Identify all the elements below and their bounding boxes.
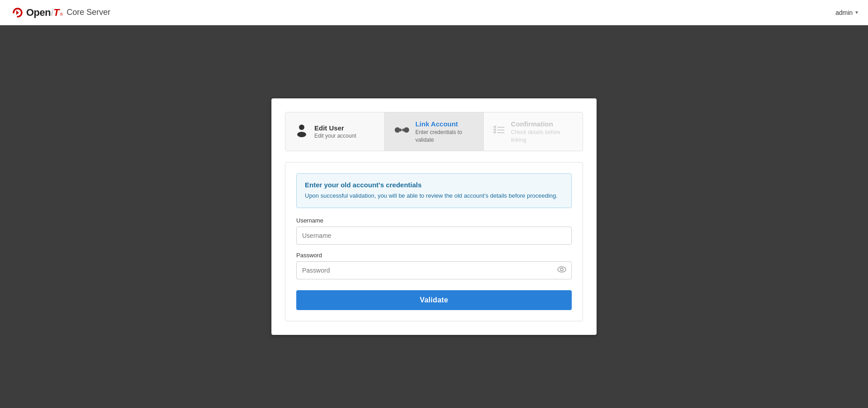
brand-reg: ®: [60, 12, 63, 17]
chevron-down-icon: ▼: [854, 10, 859, 15]
step-link-account: Link Account Enter credentials to valida…: [385, 112, 484, 151]
checklist-icon: [493, 124, 505, 139]
main-content: Edit User Edit your account: [0, 25, 868, 408]
step-link-account-text: Link Account Enter credentials to valida…: [415, 120, 475, 144]
svg-marker-0: [16, 10, 19, 15]
info-box-text: Upon successful validation, you will be …: [305, 191, 563, 200]
form-area: Enter your old account's credentials Upo…: [285, 162, 583, 321]
logo-area: Open i T ® Core Server: [9, 4, 110, 21]
step-confirmation-text: Confirmation Check details before linkin…: [511, 120, 574, 144]
logo-icon: [9, 4, 26, 21]
product-name: Core Server: [66, 8, 110, 17]
app-header: Open i T ® Core Server admin ▼: [0, 0, 868, 25]
step-edit-user: Edit User Edit your account: [285, 112, 384, 151]
svg-point-2: [297, 132, 306, 137]
brand-open: Open: [26, 7, 51, 19]
step-edit-user-subtitle: Edit your account: [314, 132, 356, 140]
brand-t: T: [53, 7, 59, 19]
step-link-account-title: Link Account: [415, 120, 475, 129]
password-group: Password: [296, 252, 572, 279]
person-icon: [294, 123, 309, 140]
step-confirmation-title: Confirmation: [511, 120, 574, 129]
admin-label: admin: [835, 9, 853, 16]
password-label: Password: [296, 252, 572, 259]
svg-point-12: [560, 268, 563, 271]
step-confirmation: Confirmation Check details before linkin…: [484, 112, 583, 151]
step-edit-user-text: Edit User Edit your account: [314, 124, 356, 140]
svg-point-11: [558, 267, 566, 272]
openit-logo-svg: [9, 4, 26, 21]
svg-point-1: [299, 125, 304, 130]
step-link-account-subtitle: Enter credentials to validate: [415, 129, 475, 144]
username-label: Username: [296, 217, 572, 224]
info-box: Enter your old account's credentials Upo…: [296, 173, 572, 208]
username-input[interactable]: [296, 227, 572, 245]
step-edit-user-title: Edit User: [314, 124, 356, 133]
info-box-title: Enter your old account's credentials: [305, 181, 563, 189]
brand-name: Open i T ®: [26, 7, 63, 19]
validate-button[interactable]: Validate: [296, 290, 572, 310]
admin-menu[interactable]: admin ▼: [835, 9, 859, 16]
transfer-icon: [394, 123, 410, 140]
password-input[interactable]: [296, 261, 572, 279]
eye-icon[interactable]: [557, 266, 566, 274]
stepper: Edit User Edit your account: [285, 112, 583, 151]
wizard-card: Edit User Edit your account: [271, 98, 597, 335]
password-wrapper: [296, 261, 572, 279]
step-confirmation-subtitle: Check details before linking: [511, 129, 574, 144]
username-group: Username: [296, 217, 572, 245]
